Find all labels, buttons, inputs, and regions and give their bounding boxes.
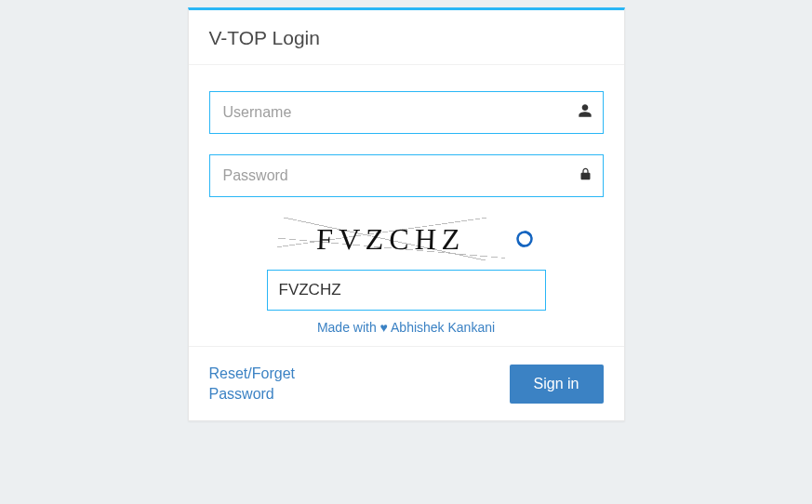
captcha-section: FVZCHZ Made with ♥ Abhishek Kankani <box>209 218 604 342</box>
login-card: V-TOP Login FVZCHZ <box>188 7 625 421</box>
username-group <box>209 91 604 134</box>
signin-button[interactable]: Sign in <box>510 365 604 404</box>
lock-icon <box>579 166 592 186</box>
captcha-input[interactable] <box>267 270 546 311</box>
captcha-row: FVZCHZ <box>277 218 535 260</box>
password-group <box>209 154 604 197</box>
captcha-text: FVZCHZ <box>316 222 467 257</box>
card-body: FVZCHZ Made with ♥ Abhishek Kankani <box>189 65 624 346</box>
card-footer: Reset/ForgetPassword Sign in <box>189 346 624 420</box>
captcha-image: FVZCHZ <box>277 218 505 260</box>
username-input[interactable] <box>209 91 604 134</box>
card-header: V-TOP Login <box>189 10 624 65</box>
credit-link[interactable]: Made with ♥ Abhishek Kankani <box>317 320 495 335</box>
page-title: V-TOP Login <box>209 27 604 49</box>
user-icon <box>578 103 592 122</box>
forgot-password-link[interactable]: Reset/ForgetPassword <box>209 364 295 405</box>
refresh-icon[interactable] <box>514 229 535 249</box>
password-input[interactable] <box>209 154 604 197</box>
